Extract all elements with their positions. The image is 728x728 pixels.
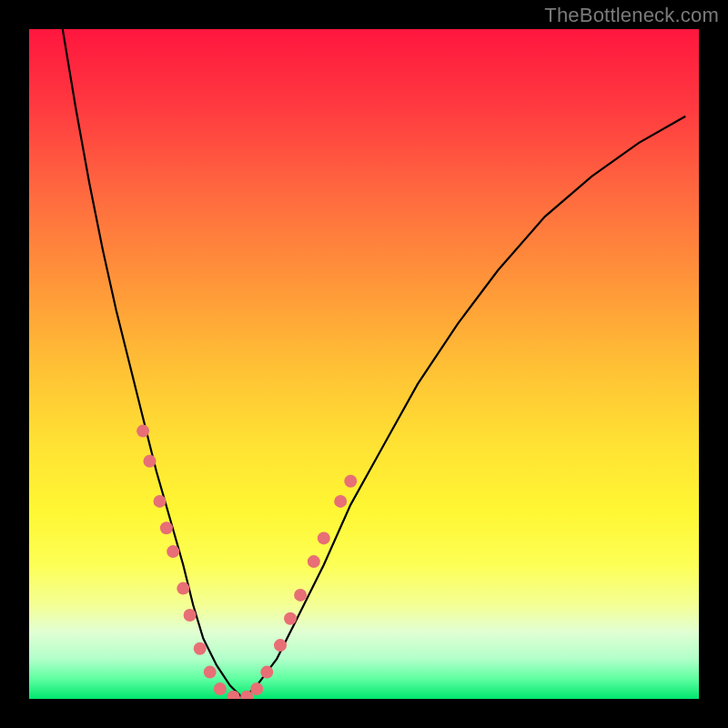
curve-marker	[334, 495, 347, 508]
watermark-text: TheBottleneck.com	[544, 4, 719, 27]
curve-marker	[294, 589, 307, 602]
curve-marker	[318, 531, 330, 544]
curve-marker	[154, 495, 167, 508]
curve-marker	[194, 642, 207, 655]
curve-marker	[260, 666, 273, 679]
curve-marker	[184, 609, 197, 622]
curve-marker	[344, 475, 357, 488]
curve-marker	[167, 545, 179, 558]
curve-marker	[308, 555, 320, 568]
curve-marker	[274, 639, 287, 652]
curve-marker	[214, 682, 227, 695]
curve-marker	[204, 666, 217, 679]
curve-layer	[29, 29, 699, 699]
curve-marker	[144, 455, 157, 468]
curve-marker	[250, 682, 263, 695]
curve-marker	[228, 691, 240, 699]
curve-marker	[177, 582, 189, 595]
curve-marker	[160, 521, 173, 534]
plot-area	[29, 29, 699, 699]
bottleneck-curve	[63, 29, 686, 699]
chart-container: TheBottleneck.com	[0, 0, 728, 728]
curve-marker	[284, 612, 297, 625]
curve-marker	[136, 425, 149, 438]
curve-markers	[136, 425, 357, 699]
